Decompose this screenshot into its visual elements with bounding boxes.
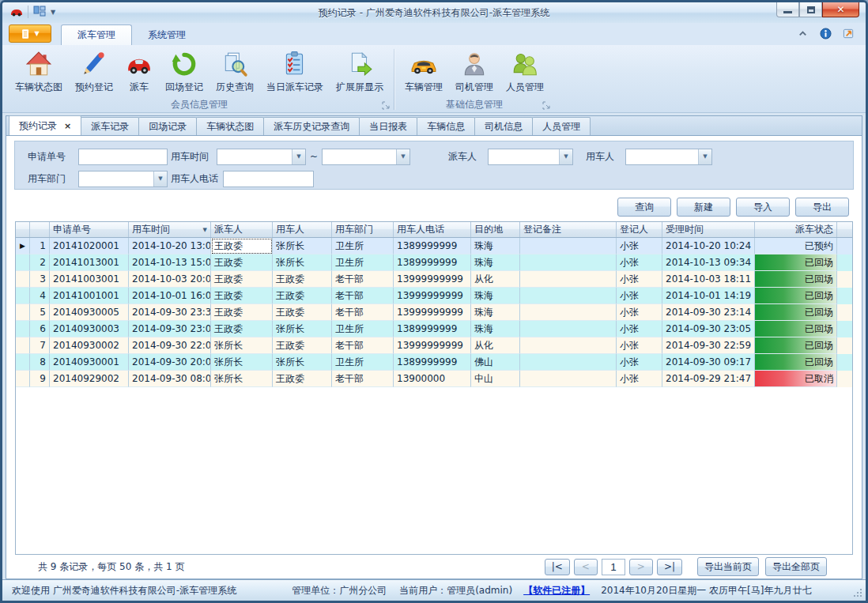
cell[interactable]: 2014-09-30 09:17 [662,354,755,371]
next-page-button[interactable]: > [629,559,653,575]
ribbon-button-extended-screen[interactable]: 扩展屏显示 [330,47,390,94]
cell[interactable]: 20140930001 [50,354,129,371]
page-number-input[interactable] [602,559,625,575]
row-selector[interactable] [16,354,30,371]
cell[interactable]: 13999999999 [394,337,471,354]
new-button[interactable]: 新建 [677,198,730,217]
app-menu-button[interactable]: ▼ [9,24,51,43]
row-number[interactable]: 2 [30,254,50,271]
cell[interactable]: 2014-10-20 13:00 [129,238,211,254]
table-row[interactable]: 7201409300022014-09-30 22:00张所长王政委老干部139… [16,337,852,354]
cell[interactable]: 小张 [617,337,662,354]
table-row[interactable]: 2201410130012014-10-13 15:00王政委张所长卫生所138… [16,254,852,271]
cell[interactable] [520,288,617,304]
prev-page-button[interactable]: < [574,559,598,575]
cell[interactable] [520,304,617,321]
cell[interactable]: 2014-10-01 16:00 [129,288,211,304]
cell[interactable]: 2014-10-13 15:00 [129,254,211,271]
table-row[interactable]: ▶1201410200012014-10-20 13:00王政委张所长卫生所13… [16,238,852,254]
table-row[interactable]: 5201409300052014-09-30 23:30王政委王政委老干部139… [16,304,852,321]
cell[interactable]: 王政委 [211,238,273,254]
cell[interactable]: 张所长 [211,371,273,387]
cell[interactable]: 2014-10-20 10:24 [662,238,755,254]
cell[interactable]: 20141001001 [50,288,129,304]
cell[interactable]: 2014-10-03 18:11 [662,271,755,288]
request-no-input[interactable] [78,149,168,165]
table-row[interactable]: 6201409300032014-09-30 23:00王政委张所长卫生所138… [16,321,852,337]
cell[interactable]: 中山 [471,371,520,387]
restore-button[interactable] [799,2,822,17]
ribbon-button-today-dispatch[interactable]: 当日派车记录 [260,47,330,94]
cell[interactable]: 20140930005 [50,304,129,321]
ribbon-collapse-icon[interactable] [797,28,809,40]
row-number[interactable]: 5 [30,304,50,321]
chevron-down-icon[interactable]: ▼ [698,149,711,164]
cell[interactable] [520,371,617,387]
cell[interactable]: 卫生所 [332,238,394,254]
chevron-down-icon[interactable]: ▼ [396,149,409,164]
cell[interactable]: 小张 [617,288,662,304]
query-button[interactable]: 查询 [617,198,671,217]
cell[interactable]: 2014-09-30 22:00 [129,337,211,354]
cell[interactable]: 张所长 [211,337,273,354]
cell[interactable]: 珠海 [471,288,520,304]
ribbon-button-vehicle-manage[interactable]: 车辆管理 [398,47,449,94]
cell[interactable]: 张所长 [273,354,332,371]
cell[interactable]: 20141020001 [50,238,129,254]
cell[interactable]: 佛山 [471,354,520,371]
chevron-down-icon[interactable]: ▼ [292,149,305,164]
cell[interactable]: 从化 [471,337,520,354]
row-number[interactable]: 6 [30,321,50,337]
cell[interactable]: 13900000 [394,371,471,387]
department-combo[interactable]: ▼ [78,171,168,187]
cell[interactable]: 13999999999 [394,304,471,321]
cell[interactable] [520,238,617,254]
status-cell[interactable]: 已回场 [755,288,837,304]
cell[interactable]: 20140930002 [50,337,129,354]
status-cell[interactable]: 已回场 [755,254,837,271]
import-button[interactable]: 导入 [736,198,790,217]
row-selector[interactable] [16,337,30,354]
cell[interactable]: 2014-09-30 22:59 [662,337,755,354]
cell[interactable]: 王政委 [273,371,332,387]
ribbon-button-people-manage[interactable]: 人员管理 [500,47,550,94]
cell[interactable]: 珠海 [471,254,520,271]
column-header-use-time[interactable]: 用车时间 ▼ [129,222,211,237]
cell[interactable]: 2014-09-30 23:00 [129,321,211,337]
cell[interactable] [520,271,617,288]
close-button[interactable]: ✕ [822,2,859,17]
row-selector[interactable] [16,271,30,288]
chevron-down-icon[interactable]: ▼ [153,171,167,187]
cell[interactable]: 小张 [617,321,662,337]
table-row[interactable]: 8201409300012014-09-30 20:00张所长张所长卫生所138… [16,354,852,371]
row-number[interactable]: 7 [30,337,50,354]
column-header-user[interactable]: 用车人 [273,222,332,237]
row-selector[interactable] [16,288,30,304]
row-number[interactable]: 4 [30,288,50,304]
ribbon-tab-system[interactable]: 系统管理 [132,24,202,45]
title-bar[interactable]: ▼ 预约记录 - 广州爱奇迪软件科技有限公司-派车管理系统 [2,2,866,23]
cell[interactable]: 卫生所 [332,254,394,271]
close-tab-icon[interactable]: × [64,121,71,131]
cell[interactable] [520,337,617,354]
cell[interactable]: 张所长 [273,321,332,337]
chevron-down-icon[interactable]: ▼ [559,149,572,164]
doc-tab-reservation-records[interactable]: 预约记录 × [9,115,81,135]
cell[interactable]: 张所长 [273,254,332,271]
cell[interactable]: 卫生所 [332,354,394,371]
ribbon-button-vehicle-status-map[interactable]: 车辆状态图 [9,47,69,94]
row-number[interactable]: 8 [30,354,50,371]
doc-tab-history-query[interactable]: 派车历史记录查询 [263,117,360,135]
use-time-from-combo[interactable]: ▼ [217,149,306,165]
doc-tab-driver-info[interactable]: 司机信息 [474,117,533,135]
sort-desc-icon[interactable]: ▼ [203,227,207,233]
column-header-request-no[interactable]: 申请单号 [50,222,129,237]
cell[interactable]: 王政委 [211,288,273,304]
cell[interactable]: 王政委 [273,337,332,354]
cell[interactable]: 2014-10-01 14:19 [662,288,755,304]
cell[interactable]: 王政委 [211,304,273,321]
row-selector[interactable] [16,321,30,337]
cell[interactable]: 小张 [617,304,662,321]
cell[interactable]: 张所长 [211,354,273,371]
row-number[interactable]: 3 [30,271,50,288]
